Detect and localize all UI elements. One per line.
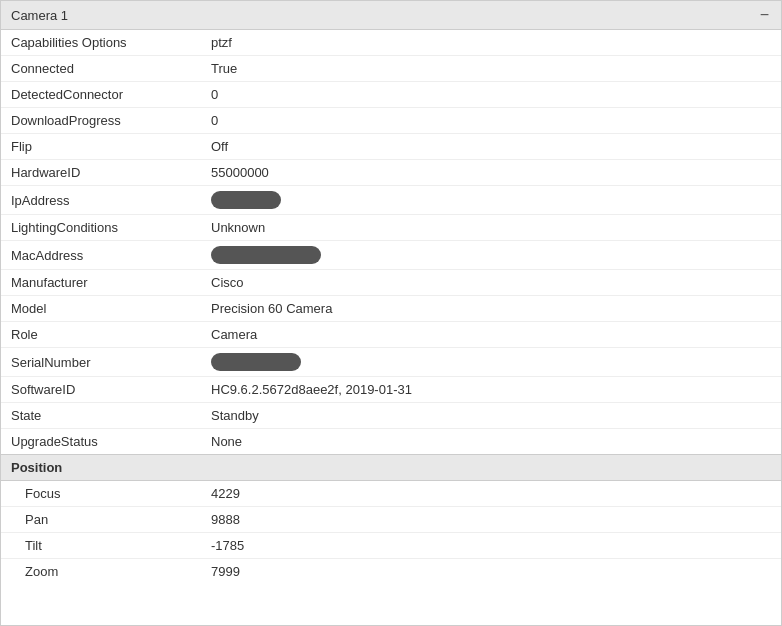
- prop-label: IpAddress: [1, 186, 201, 215]
- table-row: SoftwareIDHC9.6.2.5672d8aee2f, 2019-01-3…: [1, 377, 781, 403]
- prop-value: -1785: [201, 533, 781, 559]
- prop-label: SerialNumber: [1, 348, 201, 377]
- prop-label: Role: [1, 322, 201, 348]
- prop-label: Model: [1, 296, 201, 322]
- position-section-header: Position: [1, 454, 781, 481]
- prop-value: 7999: [201, 559, 781, 585]
- prop-value: 0: [201, 82, 781, 108]
- table-row: Capabilities Optionsptzf: [1, 30, 781, 56]
- prop-value: True: [201, 56, 781, 82]
- prop-value: Off: [201, 134, 781, 160]
- prop-value: [201, 241, 781, 270]
- prop-label: Flip: [1, 134, 201, 160]
- prop-label: LightingConditions: [1, 215, 201, 241]
- table-row: ConnectedTrue: [1, 56, 781, 82]
- redacted-value: [211, 353, 301, 371]
- table-row: LightingConditionsUnknown: [1, 215, 781, 241]
- prop-value: HC9.6.2.5672d8aee2f, 2019-01-31: [201, 377, 781, 403]
- prop-value: 9888: [201, 507, 781, 533]
- prop-label: DetectedConnector: [1, 82, 201, 108]
- table-row: Tilt-1785: [1, 533, 781, 559]
- prop-value: 0: [201, 108, 781, 134]
- prop-value: 4229: [201, 481, 781, 507]
- prop-value: Camera: [201, 322, 781, 348]
- prop-label: MacAddress: [1, 241, 201, 270]
- prop-label: DownloadProgress: [1, 108, 201, 134]
- table-row: HardwareID55000000: [1, 160, 781, 186]
- prop-value: Precision 60 Camera: [201, 296, 781, 322]
- minimize-button[interactable]: −: [758, 7, 771, 23]
- redacted-value: [211, 246, 321, 264]
- table-row: MacAddress: [1, 241, 781, 270]
- prop-label: State: [1, 403, 201, 429]
- table-row: DetectedConnector0: [1, 82, 781, 108]
- properties-table: Capabilities OptionsptzfConnectedTrueDet…: [1, 30, 781, 454]
- table-row: ManufacturerCisco: [1, 270, 781, 296]
- table-row: FlipOff: [1, 134, 781, 160]
- table-row: RoleCamera: [1, 322, 781, 348]
- position-table: Focus4229Pan9888Tilt-1785Zoom7999: [1, 481, 781, 584]
- prop-label: Zoom: [1, 559, 201, 585]
- prop-label: Focus: [1, 481, 201, 507]
- prop-value: [201, 348, 781, 377]
- prop-label: HardwareID: [1, 160, 201, 186]
- prop-value: Unknown: [201, 215, 781, 241]
- prop-label: Manufacturer: [1, 270, 201, 296]
- prop-value: [201, 186, 781, 215]
- table-row: Pan9888: [1, 507, 781, 533]
- table-row: Zoom7999: [1, 559, 781, 585]
- prop-label: Connected: [1, 56, 201, 82]
- prop-label: Pan: [1, 507, 201, 533]
- panel-header: Camera 1 −: [1, 1, 781, 30]
- prop-label: SoftwareID: [1, 377, 201, 403]
- table-row: IpAddress: [1, 186, 781, 215]
- table-row: DownloadProgress0: [1, 108, 781, 134]
- prop-value: ptzf: [201, 30, 781, 56]
- camera-panel: Camera 1 − Capabilities OptionsptzfConne…: [0, 0, 782, 626]
- redacted-value: [211, 191, 281, 209]
- table-row: SerialNumber: [1, 348, 781, 377]
- table-row: Focus4229: [1, 481, 781, 507]
- prop-label: Tilt: [1, 533, 201, 559]
- prop-label: Capabilities Options: [1, 30, 201, 56]
- prop-value: None: [201, 429, 781, 455]
- panel-title: Camera 1: [11, 8, 68, 23]
- prop-value: Cisco: [201, 270, 781, 296]
- prop-value: Standby: [201, 403, 781, 429]
- table-row: StateStandby: [1, 403, 781, 429]
- prop-label: UpgradeStatus: [1, 429, 201, 455]
- table-row: UpgradeStatusNone: [1, 429, 781, 455]
- prop-value: 55000000: [201, 160, 781, 186]
- table-row: ModelPrecision 60 Camera: [1, 296, 781, 322]
